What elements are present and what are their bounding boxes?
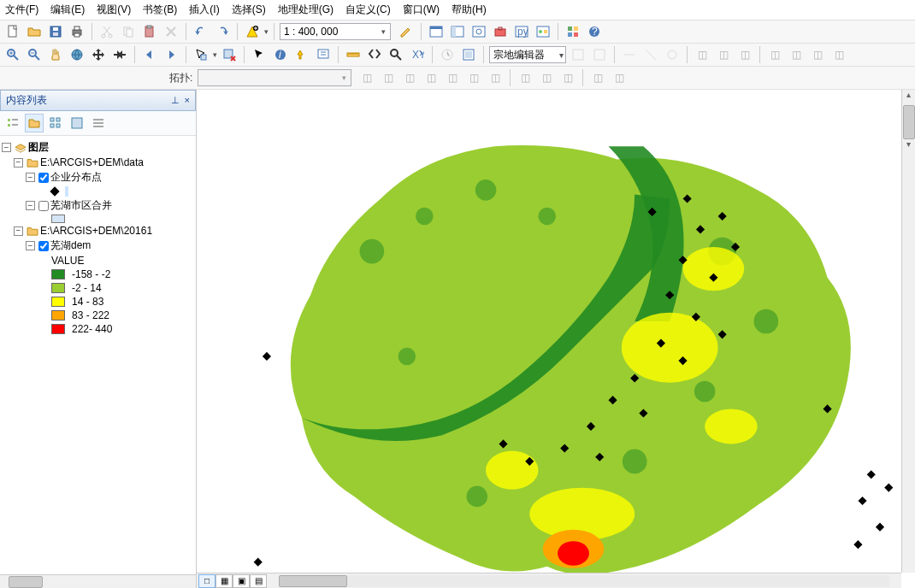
class-swatch[interactable]: [51, 324, 65, 334]
layer-city-label[interactable]: 芜湖市区合并: [50, 198, 112, 213]
paste-icon[interactable]: [140, 22, 159, 41]
map-vertical-scrollbar[interactable]: [901, 90, 915, 573]
open-icon[interactable]: [25, 22, 44, 41]
menu-help[interactable]: 帮助(H): [452, 3, 487, 17]
toc-window-icon[interactable]: [427, 22, 446, 41]
map-horizontal-scrollbar[interactable]: [279, 575, 889, 587]
class-swatch[interactable]: [51, 310, 65, 320]
point-symbol-icon[interactable]: [50, 186, 59, 196]
fixed-zoom-in-icon[interactable]: [89, 45, 108, 64]
pointer-icon[interactable]: [250, 45, 269, 64]
svg-point-71: [705, 409, 757, 444]
new-doc-icon[interactable]: [3, 22, 22, 41]
topo-tool-1-icon: ◫: [357, 68, 376, 87]
tree-root-label[interactable]: 图层: [28, 140, 49, 155]
cut-icon: [97, 22, 116, 41]
print-icon[interactable]: [68, 22, 86, 41]
collapse-icon[interactable]: −: [26, 173, 35, 182]
prev-extent-icon[interactable]: [140, 45, 159, 64]
hyperlink-icon[interactable]: [292, 45, 311, 64]
layout-view-tab[interactable]: ▦: [215, 574, 233, 588]
undo-icon[interactable]: [192, 22, 210, 41]
topology-combo[interactable]: [198, 69, 351, 86]
list-by-drawing-order-icon[interactable]: [3, 114, 22, 132]
collapse-icon[interactable]: −: [14, 158, 23, 168]
menu-view[interactable]: 视图(V): [97, 3, 131, 17]
tree-group-label[interactable]: E:\ARCGIS+DEM\20161: [40, 225, 152, 237]
collapse-icon[interactable]: −: [14, 226, 23, 236]
clear-selection-icon[interactable]: [220, 45, 239, 64]
class-swatch[interactable]: [51, 283, 65, 293]
find-icon[interactable]: [365, 45, 384, 64]
parcel-editor-combo[interactable]: 宗地编辑器: [489, 46, 566, 63]
search-window-icon[interactable]: [469, 22, 488, 41]
collapse-icon[interactable]: −: [2, 143, 11, 152]
identify-icon[interactable]: i: [271, 45, 290, 64]
chevron-down-icon[interactable]: ▾: [264, 27, 269, 36]
svg-rect-48: [594, 50, 605, 60]
goto-xy-icon[interactable]: XY: [408, 45, 427, 64]
data-view-tab[interactable]: □: [198, 574, 215, 588]
separator: [274, 23, 274, 40]
redo-icon[interactable]: [213, 22, 232, 41]
layer-visibility-checkbox[interactable]: [38, 201, 49, 211]
find-route-icon[interactable]: [387, 45, 405, 64]
extensions-icon[interactable]: [564, 22, 582, 41]
fixed-zoom-out-icon[interactable]: [110, 45, 129, 64]
map-canvas[interactable]: [197, 90, 915, 588]
full-extent-icon[interactable]: [68, 45, 86, 64]
layer-visibility-checkbox[interactable]: [38, 241, 49, 251]
viewer-window-icon[interactable]: [459, 45, 478, 64]
toc-horizontal-scrollbar[interactable]: [0, 574, 196, 588]
menu-selection[interactable]: 选择(S): [232, 3, 266, 17]
polygon-symbol-icon[interactable]: [51, 215, 65, 223]
class-swatch[interactable]: [51, 297, 65, 307]
menu-insert[interactable]: 插入(I): [189, 3, 219, 17]
zoom-in-icon[interactable]: [3, 45, 22, 64]
python-window-icon[interactable]: py: [512, 22, 531, 41]
zoom-out-icon[interactable]: [25, 45, 44, 64]
chevron-down-icon: ▾: [342, 74, 346, 82]
select-features-icon[interactable]: [192, 45, 210, 64]
save-icon[interactable]: [46, 22, 65, 41]
toolbox-window-icon[interactable]: [491, 22, 510, 41]
measure-icon[interactable]: [344, 45, 363, 64]
layer-points-label[interactable]: 企业分布点: [50, 170, 102, 185]
html-popup-icon[interactable]: [314, 45, 333, 64]
editor-toolbar-icon[interactable]: [397, 22, 416, 41]
collapse-icon[interactable]: −: [26, 241, 35, 250]
chevron-down-icon[interactable]: ▾: [381, 27, 386, 36]
menu-edit[interactable]: 编辑(E): [50, 3, 85, 17]
toc-options-icon[interactable]: [89, 114, 108, 132]
refresh-tab[interactable]: ▣: [233, 574, 250, 588]
pan-icon[interactable]: [46, 45, 65, 64]
add-data-icon[interactable]: [243, 22, 262, 41]
collapse-icon[interactable]: −: [26, 201, 35, 210]
pause-tab[interactable]: ▤: [250, 574, 267, 588]
next-extent-icon[interactable]: [162, 45, 180, 64]
separator: [614, 46, 615, 63]
map-scale-input[interactable]: [280, 23, 391, 40]
parcel-tool-10-icon: ◫: [787, 45, 806, 64]
pin-icon[interactable]: ⊥: [171, 95, 180, 106]
layer-dem-label[interactable]: 芜湖dem: [50, 238, 91, 253]
class-swatch[interactable]: [51, 269, 65, 279]
menu-file[interactable]: 文件(F): [5, 3, 38, 17]
help-icon[interactable]: ?: [585, 22, 604, 41]
list-by-visibility-icon[interactable]: [46, 114, 65, 132]
map-view[interactable]: □ ▦ ▣ ▤: [197, 90, 915, 588]
catalog-window-icon[interactable]: [448, 22, 467, 41]
menu-customize[interactable]: 自定义(C): [345, 3, 391, 17]
map-svg: [197, 90, 915, 588]
model-builder-icon[interactable]: [534, 22, 552, 41]
close-icon[interactable]: ×: [185, 95, 190, 106]
list-by-source-icon[interactable]: [25, 114, 44, 132]
menu-geoprocessing[interactable]: 地理处理(G): [278, 3, 334, 17]
list-by-selection-icon[interactable]: [68, 114, 86, 132]
tree-group-label[interactable]: E:\ARCGIS+DEM\data: [40, 156, 144, 168]
menu-window[interactable]: 窗口(W): [403, 3, 440, 17]
toc-tree[interactable]: − 图层 − E:\ARCGIS+DEM\data − 企业分布点 −: [0, 136, 196, 574]
chevron-down-icon[interactable]: ▾: [213, 50, 217, 59]
menu-bookmarks[interactable]: 书签(B): [143, 3, 177, 17]
layer-visibility-checkbox[interactable]: [38, 173, 49, 183]
